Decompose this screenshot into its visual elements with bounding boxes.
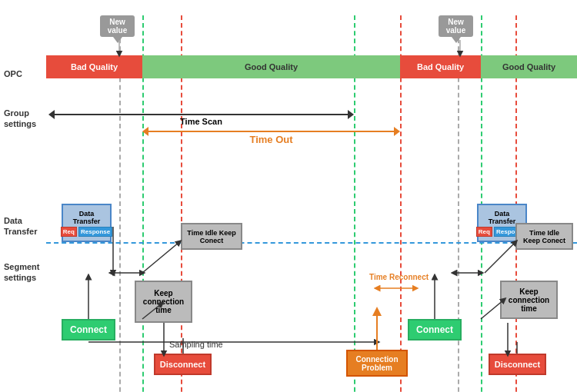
new-value-2: New value — [439, 15, 473, 37]
label-opc: OPC — [4, 69, 22, 78]
hline-blue — [46, 242, 577, 244]
keep-connection-time-1: Keep connection time — [135, 281, 192, 323]
connection-problem-button[interactable]: Connection Problem — [346, 350, 408, 377]
bad-quality-bar-1: Bad Quality — [46, 55, 142, 78]
time-reconnect-label: Time Reconnect — [369, 273, 429, 281]
sampling-time-label: Sampling time — [169, 340, 223, 349]
bad-quality-bar-2: Bad Quality — [400, 55, 481, 78]
time-scan-arrow: Time Scan — [48, 114, 354, 126]
svg-line-7 — [142, 242, 179, 273]
keep-connection-time-2: Keep connection time — [500, 281, 558, 319]
connect-button-2[interactable]: Connect — [408, 319, 462, 341]
time-idle-keep-conect-2: Time IdleKeep Conect — [515, 223, 573, 250]
good-quality-bar-1: Good Quality — [142, 55, 400, 78]
connect-button-1[interactable]: Connect — [62, 319, 115, 341]
new-value-1: New value — [100, 15, 135, 37]
svg-line-16 — [485, 242, 515, 273]
data-transfer-box-1: Data Transfer Req Response — [62, 204, 112, 242]
disconnect-button-2[interactable]: Disconnect — [489, 354, 546, 375]
diagram: OPC Groupsettings DataTransfer Segmentse… — [0, 0, 577, 392]
good-quality-bar-2: Good Quality — [481, 55, 577, 78]
time-out-arrow: Time Out — [142, 131, 400, 145]
label-segment-settings: Segmentsettings — [4, 261, 39, 283]
time-idle-keep-conect-1: Time Idle Keep Conect — [181, 223, 242, 250]
label-group-settings: Groupsettings — [4, 108, 36, 129]
label-data-transfer: DataTransfer — [4, 215, 37, 237]
disconnect-button-1[interactable]: Disconnect — [154, 354, 212, 375]
